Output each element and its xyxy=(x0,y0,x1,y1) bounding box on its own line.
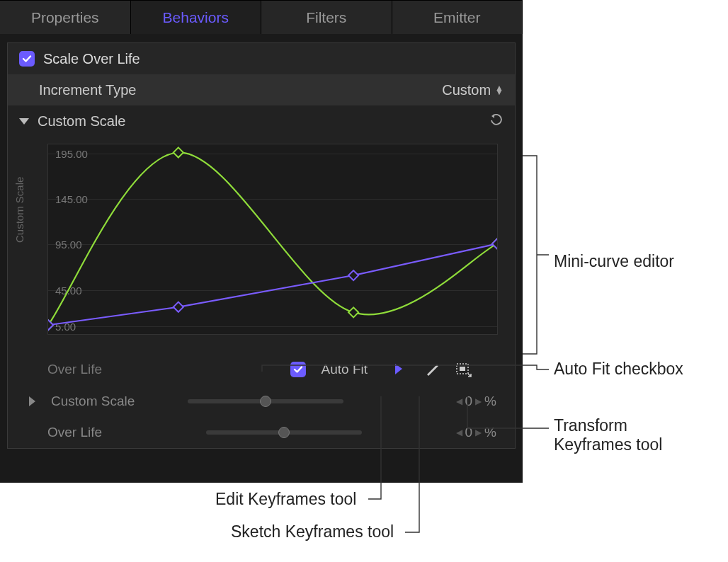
annotation-mini-curve: Mini-curve editor xyxy=(554,252,674,271)
annotation-transform: Transform Keyframes tool xyxy=(554,416,662,454)
annotation-auto-fit: Auto Fit checkbox xyxy=(554,360,683,379)
annotation-edit: Edit Keyframes tool xyxy=(215,490,356,509)
annotation-sketch: Sketch Keyframes tool xyxy=(231,522,394,541)
